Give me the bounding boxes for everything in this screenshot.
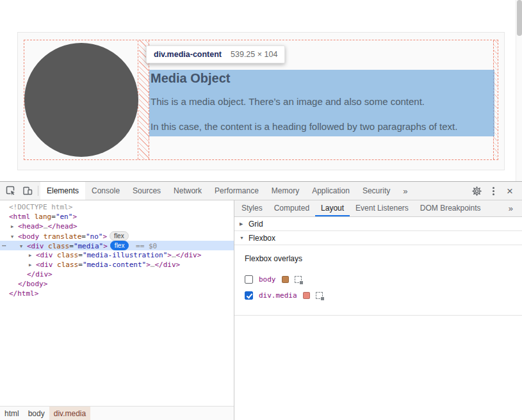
sidebar-tab-styles[interactable]: Styles — [236, 200, 268, 216]
sidebar-tab-dom-breakpoints[interactable]: DOM Breakpoints — [414, 200, 487, 216]
sidebar-tab-computed[interactable]: Computed — [268, 200, 315, 216]
syntax-token: </head> — [47, 222, 77, 230]
settings-gear-icon[interactable] — [468, 182, 485, 199]
sidebar-tab-event-listeners[interactable]: Event Listeners — [350, 200, 414, 216]
dom-tree-row[interactable]: ▶<div class="media-content">…</div> — [0, 260, 234, 270]
overlay-color-swatch[interactable] — [282, 276, 289, 283]
syntax-token: > — [103, 242, 108, 250]
devtools-tab-network[interactable]: Network — [167, 182, 208, 200]
syntax-token: class — [53, 251, 79, 259]
devtools-tab-memory[interactable]: Memory — [265, 182, 306, 200]
sidebar-tabs-bar: StylesComputedLayoutEvent ListenersDOM B… — [234, 200, 522, 217]
dom-tree-row[interactable]: ⋯▼<div class="media">flex == $0 — [0, 241, 234, 250]
dom-tree-row[interactable]: </body> — [0, 279, 234, 289]
syntax-token: "media" — [74, 242, 103, 250]
syntax-token: > — [167, 251, 172, 259]
flex-badge[interactable]: flex — [110, 231, 129, 241]
syntax-token: <div — [36, 251, 53, 259]
syntax-token: = — [81, 232, 86, 241]
grid-section-header[interactable]: ▶ Grid — [234, 217, 522, 231]
overlay-element-name: body — [259, 275, 276, 284]
inspect-tooltip-element: div.media-content — [154, 50, 222, 59]
grid-section-label: Grid — [249, 220, 263, 229]
breadcrumb: htmlbodydiv.media — [0, 406, 234, 420]
syntax-token: <div — [27, 242, 44, 250]
syntax-token: </html> — [9, 289, 38, 298]
syntax-token: = — [51, 213, 56, 221]
overlay-checkbox[interactable] — [245, 291, 253, 300]
more-actions-icon[interactable]: ⋯ — [2, 241, 6, 250]
dollar-zero-hint: == $0 — [131, 242, 157, 250]
inspect-element-icon[interactable] — [3, 182, 19, 199]
syntax-token: </div> — [176, 251, 202, 259]
overlay-row: body — [245, 271, 512, 287]
devtools-body: <!DOCTYPE html><html lang="en">▶<head>…<… — [0, 200, 522, 420]
devtools-tab-sources[interactable]: Sources — [126, 182, 167, 200]
syntax-token: "media-illustration" — [83, 251, 167, 259]
elements-panel: <!DOCTYPE html><html lang="en">▶<head>…<… — [0, 200, 234, 420]
syntax-token: <div — [36, 261, 53, 269]
dashed-selection-icon[interactable] — [316, 292, 323, 299]
devtools-tabs: ElementsConsoleSourcesNetworkPerformance… — [40, 182, 396, 200]
toolbar-divider — [38, 186, 38, 196]
overlay-checkbox[interactable] — [245, 275, 253, 284]
syntax-token: <!DOCTYPE html> — [9, 203, 72, 211]
breadcrumb-item-div.media[interactable]: div.media — [49, 407, 90, 420]
flex-badge[interactable]: flex — [110, 241, 129, 250]
device-toolbar-icon[interactable] — [19, 182, 36, 199]
media-content-highlight: Media Object This is a media object. The… — [149, 70, 494, 136]
breadcrumb-item-body[interactable]: body — [24, 407, 49, 420]
dom-tree-row[interactable]: <html lang="en"> — [0, 212, 234, 222]
dom-tree-row[interactable]: ▶<div class="media-illustration">…</div> — [0, 250, 234, 260]
devtools-tab-performance[interactable]: Performance — [208, 182, 265, 200]
syntax-token: class — [44, 242, 70, 250]
sidebar-empty-area — [234, 316, 522, 420]
syntax-token: "no" — [86, 232, 103, 241]
sidebar-tab-layout[interactable]: Layout — [315, 200, 350, 216]
browser-viewport: Media Object This is a media object. The… — [0, 0, 522, 181]
syntax-token: … — [172, 251, 176, 259]
media-paragraph-1: This is a media object. There’s an image… — [151, 96, 494, 107]
breadcrumb-item-html[interactable]: html — [0, 407, 24, 420]
syntax-token: > — [102, 232, 107, 241]
syntax-token: </div> — [154, 261, 180, 269]
devtools-tab-security[interactable]: Security — [356, 182, 396, 200]
dom-tree-row[interactable]: </div> — [0, 270, 234, 279]
sidebar-more-tabs-icon[interactable]: » — [500, 200, 522, 216]
dom-tree-row[interactable]: ▶<head>…</head> — [0, 222, 234, 231]
dom-tree: <!DOCTYPE html><html lang="en">▶<head>…<… — [0, 200, 234, 298]
flexbox-section-header[interactable]: ▼ Flexbox — [234, 231, 522, 245]
page-scrollbar[interactable] — [516, 0, 522, 181]
overlay-row: div.media — [245, 287, 512, 303]
devtools-panel: ElementsConsoleSourcesNetworkPerformance… — [0, 181, 522, 420]
devtools-tab-elements[interactable]: Elements — [40, 182, 85, 200]
devtools-tab-application[interactable]: Application — [306, 182, 356, 200]
overlay-element-name: div.media — [259, 291, 297, 300]
dashed-selection-icon[interactable] — [295, 276, 302, 283]
dom-tree-row[interactable]: ▼<body translate="no">flex — [0, 231, 234, 241]
syntax-token: </body> — [18, 280, 47, 288]
syntax-token: = — [69, 242, 74, 250]
twisty-icon[interactable]: ▶ — [29, 251, 36, 261]
syntax-token: class — [53, 261, 79, 269]
twisty-icon[interactable]: ▶ — [11, 222, 18, 232]
dom-tree-row[interactable]: </html> — [0, 289, 234, 298]
kebab-menu-icon[interactable] — [485, 182, 502, 199]
page-scrollbar-thumb[interactable] — [517, 0, 522, 36]
syntax-token: "media-content" — [83, 261, 146, 269]
syntax-token: > — [72, 213, 77, 221]
more-tabs-icon[interactable]: » — [396, 186, 414, 196]
syntax-token: "en" — [56, 213, 73, 221]
flexbox-section-content: Flexbox overlays bodydiv.media — [234, 245, 522, 316]
close-icon[interactable]: × — [502, 182, 518, 199]
media-illustration-circle — [24, 43, 138, 157]
twisty-icon[interactable]: ▶ — [29, 261, 36, 270]
media-heading: Media Object — [151, 71, 494, 86]
flexbox-overlays-list: bodydiv.media — [245, 271, 512, 303]
flexbox-section-label: Flexbox — [249, 234, 275, 243]
syntax-token: = — [78, 251, 83, 259]
syntax-token: </div> — [27, 270, 53, 279]
overlay-color-swatch[interactable] — [303, 292, 310, 299]
devtools-tab-console[interactable]: Console — [85, 182, 126, 200]
dom-tree-row[interactable]: <!DOCTYPE html> — [0, 202, 234, 212]
